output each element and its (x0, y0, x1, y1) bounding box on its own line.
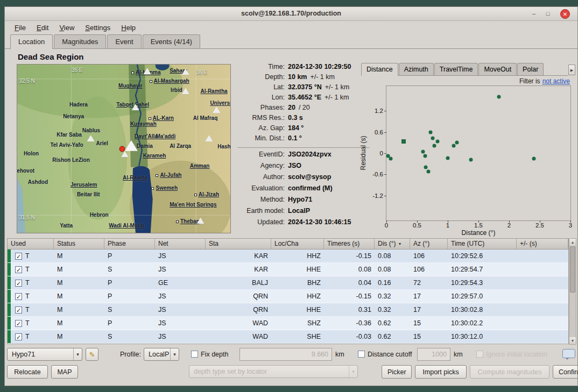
info-label: Time: (237, 63, 285, 70)
checkbox-checked[interactable]: ✓ (15, 320, 22, 327)
close-button[interactable]: ✕ (560, 9, 570, 19)
info-row: RMS Res.:0.3 s (237, 114, 370, 124)
arrival-row[interactable]: ✓TMPJSWADSHZ-0.360.621510:30:02.2 (8, 317, 568, 330)
phase-cell: S (104, 333, 155, 340)
column-header-az[interactable]: Az (°) (410, 239, 448, 249)
residual-data-point (423, 154, 427, 158)
menu-settings[interactable]: Settings (80, 22, 116, 33)
epicenter-marker-icon (119, 146, 125, 152)
comment-icon[interactable] (562, 349, 575, 358)
map-grid-label: 32.5 N (19, 78, 34, 84)
menu-edit[interactable]: Edit (31, 22, 54, 33)
info-row: Updated:2024-12-30 10:46:15 (237, 218, 370, 230)
az-cell: 15 (410, 333, 448, 340)
plot-tab-polar[interactable]: Polar (517, 63, 544, 75)
plot-tab-azimuth[interactable]: Azimuth (399, 63, 434, 75)
checkbox-checked[interactable]: ✓ (15, 307, 22, 313)
info-value: confirmed (M) (288, 184, 333, 192)
column-header-net[interactable]: Net (155, 239, 206, 249)
region-map[interactable]: 35 E36 E32.5 N31.5 NAl-HimmaSahamAl-Mash… (17, 64, 231, 233)
chevron-down-icon: ▾ (349, 366, 357, 377)
residual-scatter-plot[interactable]: 1.20.60-0.6-1.200.511.522.53 (386, 85, 571, 221)
arrival-row[interactable]: ✓TMSJSWADSHE-0.030.621510:30:12.0 (8, 330, 568, 344)
sta-cell: KAR (206, 266, 271, 273)
picker-button[interactable]: Picker (382, 365, 412, 379)
map-place-label: Tabqet Fahel (116, 102, 149, 108)
checkbox-checked[interactable]: ✓ (15, 293, 22, 300)
info-value: 2024-12-30 10:29:50 (288, 63, 351, 70)
residual-data-point (446, 156, 450, 160)
sta-cell: BALJ (206, 279, 271, 287)
info-value: 32.0375 °N (288, 83, 322, 91)
y-tick-mark (384, 132, 386, 133)
status-cell: M (54, 279, 104, 287)
confirm-button[interactable]: Confirm... (553, 365, 578, 379)
relocate-button[interactable]: Relocate (7, 365, 48, 379)
y-tick-label: 0 (364, 150, 383, 156)
menu-view[interactable]: View (54, 22, 80, 33)
map-place-label: AL-Karn (149, 115, 174, 121)
tab-overflow-button[interactable]: ▶ (568, 65, 575, 75)
x-tick-label: 0 (385, 222, 388, 229)
column-header-loc-cha[interactable]: Loc/Cha (271, 239, 324, 249)
plot-tab-moveout[interactable]: MoveOut (478, 63, 517, 75)
plot-tab-distance[interactable]: Distance (361, 63, 398, 76)
import-picks-button[interactable]: Import picks (415, 365, 467, 379)
place-marker-icon (131, 72, 134, 74)
plot-tab-traveltime[interactable]: TravelTime (434, 63, 478, 75)
checkbox-checked[interactable]: ✓ (15, 266, 22, 273)
az-cell: 17 (410, 306, 448, 313)
tab-location[interactable]: Location (10, 34, 53, 49)
map-place-label: Netanya (63, 113, 84, 119)
info-label: Az. Gap: (237, 124, 285, 132)
profile-select[interactable]: LocalP ▾ (144, 348, 179, 361)
scroll-down-icon[interactable]: ▼ (569, 337, 576, 344)
column-header-time-utc[interactable]: Time (UTC) (448, 239, 517, 249)
arrival-row[interactable]: ✓TMSJSQRNHHE0.310.321710:30:02.8 (8, 303, 568, 317)
ignore-initial-location-checkbox (476, 351, 483, 358)
column-header-timeres-s[interactable]: Timeres (s) (324, 239, 375, 249)
locator-select[interactable]: Hypo71 ▾ (7, 348, 82, 361)
distance-cutoff-checkbox[interactable] (358, 351, 365, 358)
depth-input[interactable] (239, 348, 332, 361)
arrival-row[interactable]: ✓TMPJSKARHHZ-0.150.0810610:29:52.6 (8, 250, 568, 263)
arrival-row[interactable]: ✓TMSJSKARHHE0.080.0810610:29:54.7 (8, 263, 568, 276)
info-value: 10 km (288, 73, 307, 81)
tab-event[interactable]: Event (107, 34, 141, 48)
filter-link[interactable]: not active (542, 77, 570, 85)
checkbox-checked[interactable]: ✓ (15, 333, 22, 340)
checkbox-checked[interactable]: ✓ (15, 253, 22, 260)
arrival-row[interactable]: ✓TMPJSQRNHHZ-0.150.321710:29:57.0 (8, 290, 568, 303)
used-cell: ✓T (8, 317, 54, 330)
column-header-phase[interactable]: Phase (104, 239, 155, 249)
column-header-status[interactable]: Status (54, 239, 104, 249)
sta-cell: WAD (206, 319, 271, 327)
menu-file[interactable]: File (9, 22, 31, 33)
station-marker-icon (87, 135, 95, 141)
column-header-sta[interactable]: Sta (206, 239, 271, 249)
fix-depth-checkbox[interactable] (191, 351, 198, 358)
column-header-dis[interactable]: Dis (°)▼ (375, 239, 410, 249)
titlebar[interactable]: scolv@192.168.1.70/production – □ ✕ (5, 7, 577, 21)
table-scrollbar[interactable]: ▲ ▼ (569, 238, 576, 345)
maximize-button[interactable]: □ (543, 9, 553, 19)
scrollbar-thumb[interactable] (570, 246, 575, 293)
column-header-used[interactable]: Used (8, 239, 54, 249)
station-marker-icon (205, 135, 213, 141)
dis-cell: 0.32 (375, 306, 410, 313)
map-button[interactable]: MAP (51, 365, 78, 379)
arrival-row[interactable]: ✓TMPGEBALJBHZ0.040.167210:29:54.3 (8, 276, 568, 290)
info-extra: +/- 1 km (310, 73, 335, 81)
edit-profile-button[interactable]: ✎ (86, 348, 98, 361)
tab-events-4-14[interactable]: Events (4/14) (143, 34, 200, 48)
column-header-s[interactable]: +/- (s) (517, 239, 568, 249)
menu-help[interactable]: Help (116, 22, 141, 33)
checkbox-checked[interactable]: ✓ (15, 280, 22, 287)
map-place-label: Al-Jufah (156, 172, 181, 178)
info-row: Lon:35.4652 °E+/- 1 km (237, 94, 370, 104)
cutoff-input[interactable] (417, 348, 450, 361)
scroll-up-icon[interactable]: ▲ (569, 239, 576, 246)
minimize-button[interactable]: – (529, 9, 539, 19)
tab-magnitudes[interactable]: Magnitudes (54, 34, 106, 48)
time-cell: 10:30:02.2 (448, 319, 517, 327)
